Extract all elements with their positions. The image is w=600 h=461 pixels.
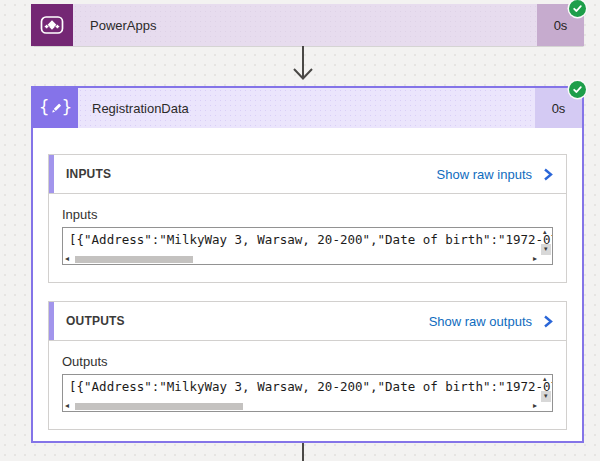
outputs-content: Outputs [{"Address":"MilkyWay 3, Warsaw,…	[49, 341, 566, 429]
outputs-accent-bar	[49, 302, 54, 340]
outputs-vertical-scrollbar[interactable]: ▴ ▾	[540, 375, 552, 401]
chevron-right-icon[interactable]	[543, 168, 553, 181]
show-raw-inputs-link[interactable]: Show raw inputs	[437, 167, 532, 182]
trigger-success-badge	[569, 0, 586, 17]
inputs-panel: INPUTS Show raw inputs Inputs [{"Address…	[48, 154, 567, 283]
outputs-textbox[interactable]: [{"Address":"MilkyWay 3, Warsaw, 20-200"…	[62, 374, 553, 412]
outputs-panel-header: OUTPUTS Show raw outputs	[49, 302, 566, 341]
action-title: RegistrationData	[92, 101, 189, 116]
trigger-card-powerapps[interactable]: PowerApps 0s	[31, 4, 584, 46]
inputs-panel-header: INPUTS Show raw inputs	[49, 155, 566, 194]
flow-run-canvas: PowerApps 0s { }	[0, 0, 600, 461]
inputs-header-label: INPUTS	[66, 167, 111, 181]
inputs-accent-bar	[49, 155, 54, 193]
scrollbar-thumb[interactable]	[75, 256, 193, 263]
scroll-up-icon[interactable]: ▴	[543, 227, 547, 237]
pencil-icon	[50, 102, 62, 115]
outputs-horizontal-scrollbar[interactable]: ◂ ▸	[65, 401, 537, 411]
scroll-right-icon[interactable]: ▸	[533, 254, 537, 264]
connector-line	[287, 441, 319, 461]
chevron-right-icon[interactable]	[543, 315, 553, 328]
action-header[interactable]: { } RegistrationData 0s	[33, 88, 582, 128]
outputs-panel: OUTPUTS Show raw outputs Outputs [{"Addr…	[48, 301, 567, 430]
scroll-up-icon[interactable]: ▴	[543, 374, 547, 384]
compose-braces-pencil-icon: { }	[33, 88, 78, 128]
inputs-value: [{"Address":"MilkyWay 3, Warsaw, 20-200"…	[63, 228, 552, 247]
inputs-content: Inputs [{"Address":"MilkyWay 3, Warsaw, …	[49, 194, 566, 282]
outputs-header-label: OUTPUTS	[66, 314, 125, 328]
action-title-area: RegistrationData	[78, 88, 535, 128]
trigger-title: PowerApps	[90, 18, 156, 33]
scroll-left-icon[interactable]: ◂	[65, 254, 69, 264]
action-card-registrationdata: { } RegistrationData 0s	[31, 86, 584, 443]
scroll-left-icon[interactable]: ◂	[65, 401, 69, 411]
show-raw-outputs-link[interactable]: Show raw outputs	[429, 314, 532, 329]
action-body: INPUTS Show raw inputs Inputs [{"Address…	[33, 128, 582, 430]
scroll-down-icon[interactable]: ▾	[541, 391, 551, 402]
inputs-textbox[interactable]: [{"Address":"MilkyWay 3, Warsaw, 20-200"…	[62, 227, 553, 265]
scrollbar-thumb[interactable]	[75, 403, 243, 410]
scroll-right-icon[interactable]: ▸	[533, 401, 537, 411]
inputs-field-label: Inputs	[62, 207, 553, 222]
outputs-value: [{"Address":"MilkyWay 3, Warsaw, 20-200"…	[63, 375, 552, 394]
inputs-horizontal-scrollbar[interactable]: ◂ ▸	[65, 254, 537, 264]
outputs-field-label: Outputs	[62, 354, 553, 369]
connector-arrow-icon	[287, 46, 319, 86]
inputs-vertical-scrollbar[interactable]: ▴ ▾	[540, 228, 552, 254]
powerapps-icon	[31, 4, 73, 46]
action-success-badge	[569, 81, 586, 98]
scroll-down-icon[interactable]: ▾	[541, 244, 551, 255]
check-icon	[572, 3, 583, 14]
check-icon	[572, 84, 583, 95]
trigger-title-area: PowerApps	[73, 4, 537, 46]
